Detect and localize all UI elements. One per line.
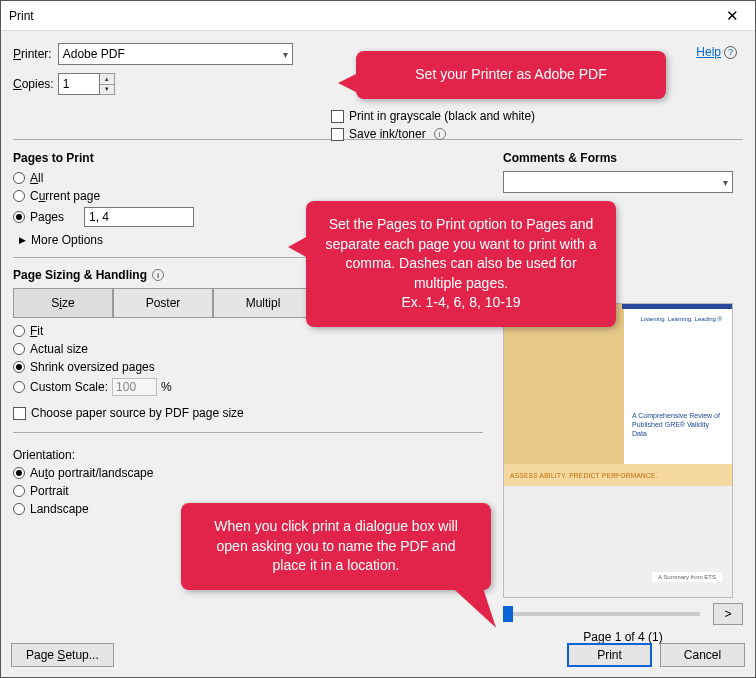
dialog-footer: Page Setup... Print Cancel — [11, 643, 745, 667]
cancel-button-label: Cancel — [684, 648, 721, 662]
printer-value: Adobe PDF — [63, 47, 125, 61]
preview-summary: A Summary from ETS — [652, 572, 722, 582]
comments-forms-title: Comments & Forms — [503, 151, 743, 165]
tab-poster-label: Poster — [146, 296, 181, 310]
copies-input[interactable]: 1 — [58, 73, 100, 95]
page-setup-label: Page Setup... — [26, 648, 99, 662]
preview-blue-bar — [622, 304, 732, 309]
radio-portrait-row: Portrait — [13, 484, 483, 498]
radio-landscape[interactable] — [13, 503, 25, 515]
radio-auto-row: Auto portrait/landscape — [13, 466, 483, 480]
cancel-button[interactable]: Cancel — [660, 643, 745, 667]
close-button[interactable]: ✕ — [710, 1, 755, 31]
radio-auto-label: Auto portrait/landscape — [30, 466, 153, 480]
callout-print-text: When you click print a dialogue box will… — [214, 518, 458, 573]
pages-value: 1, 4 — [89, 210, 109, 224]
print-options-group: Print in grayscale (black and white) Sav… — [331, 109, 535, 145]
print-dialog: Print ✕ Help ? Printer: Adobe PDF ▾ Copi… — [0, 0, 756, 678]
radio-custom-row: Custom Scale: 100 % — [13, 378, 483, 396]
callout-printer: Set your Printer as Adobe PDF — [356, 51, 666, 99]
separator — [13, 432, 483, 433]
radio-portrait-label: Portrait — [30, 484, 69, 498]
radio-custom-label: Custom Scale: — [30, 380, 108, 394]
chevron-down-icon: ▾ — [283, 49, 288, 60]
slider-thumb[interactable] — [503, 606, 513, 622]
page-indicator: Page 1 of 4 (1) — [503, 630, 743, 644]
callout-print: When you click print a dialogue box will… — [181, 503, 491, 590]
radio-auto-orient[interactable] — [13, 467, 25, 479]
copies-spinner[interactable]: ▲▼ — [100, 73, 115, 95]
orientation-label: Orientation: — [13, 448, 483, 462]
percent-label: % — [161, 380, 172, 394]
radio-pages-label: Pages — [30, 210, 64, 224]
choose-paper-checkbox[interactable] — [13, 407, 26, 420]
grayscale-label: Print in grayscale (black and white) — [349, 109, 535, 123]
radio-actual-row: Actual size — [13, 342, 483, 356]
pages-to-print-title: Pages to Print — [13, 151, 483, 165]
choose-paper-label: Choose paper source by PDF page size — [31, 406, 244, 420]
radio-custom[interactable] — [13, 381, 25, 393]
preview-body: Listening. Learning. Leading.® A Compreh… — [504, 304, 732, 597]
titlebar: Print ✕ — [1, 1, 755, 31]
preview-tan-block — [504, 304, 624, 464]
tab-multiple-label: Multipl — [246, 296, 281, 310]
radio-current-label: Current page — [30, 189, 100, 203]
chevron-down-icon: ▾ — [723, 177, 728, 188]
radio-fit-label: Fit — [30, 324, 43, 338]
info-icon: i — [434, 128, 446, 140]
radio-all-label: All — [30, 171, 43, 185]
grayscale-row: Print in grayscale (black and white) — [331, 109, 535, 123]
saveink-checkbox[interactable] — [331, 128, 344, 141]
callout-printer-text: Set your Printer as Adobe PDF — [415, 66, 606, 82]
callout-pages-text: Set the Pages to Print option to Pages a… — [326, 216, 597, 310]
info-icon: i — [152, 269, 164, 281]
help-link[interactable]: Help ? — [696, 45, 737, 59]
printer-select[interactable]: Adobe PDF ▾ — [58, 43, 293, 65]
preview-logo: Listening. Learning. Leading.® — [641, 316, 722, 322]
saveink-row: Save ink/toner i — [331, 127, 535, 141]
custom-scale-input[interactable]: 100 — [112, 378, 157, 396]
callout-pages: Set the Pages to Print option to Pages a… — [306, 201, 616, 327]
tab-poster[interactable]: Poster — [113, 288, 213, 318]
nav-next-label: > — [724, 607, 731, 621]
copies-label: Copies: — [13, 77, 54, 91]
grayscale-checkbox[interactable] — [331, 110, 344, 123]
tab-multiple[interactable]: Multipl — [213, 288, 313, 318]
radio-all[interactable] — [13, 172, 25, 184]
radio-all-row: All — [13, 171, 483, 185]
page-setup-button[interactable]: Page Setup... — [11, 643, 114, 667]
copies-value: 1 — [63, 77, 70, 91]
help-label: Help — [696, 45, 721, 59]
more-options-label: More Options — [31, 233, 103, 247]
radio-pages[interactable] — [13, 211, 25, 223]
preview-band: ASSESS ABILITY. PREDICT PERFORMANCE. — [504, 464, 732, 486]
footer-right: Print Cancel — [567, 643, 745, 667]
print-preview: Listening. Learning. Leading.® A Compreh… — [503, 303, 733, 598]
help-icon: ? — [724, 46, 737, 59]
preview-next-button[interactable]: > — [713, 603, 743, 625]
choose-paper-row: Choose paper source by PDF page size — [13, 406, 483, 420]
scale-value: 100 — [116, 380, 136, 394]
preview-slider[interactable] — [503, 612, 700, 616]
printer-label: Printer: — [13, 47, 52, 61]
triangle-right-icon: ▶ — [19, 235, 26, 245]
radio-fit[interactable] — [13, 325, 25, 337]
radio-portrait[interactable] — [13, 485, 25, 497]
radio-landscape-label: Landscape — [30, 502, 89, 516]
radio-actual[interactable] — [13, 343, 25, 355]
comments-forms-select[interactable]: ▾ — [503, 171, 733, 193]
dialog-content: Help ? Printer: Adobe PDF ▾ Copies: 1 ▲▼… — [1, 31, 755, 677]
radio-current[interactable] — [13, 190, 25, 202]
tab-size[interactable]: Size — [13, 288, 113, 318]
print-button-label: Print — [597, 648, 622, 662]
saveink-label: Save ink/toner — [349, 127, 426, 141]
pages-input[interactable]: 1, 4 — [84, 207, 194, 227]
print-button[interactable]: Print — [567, 643, 652, 667]
sizing-label: Page Sizing & Handling — [13, 268, 147, 282]
window-title: Print — [9, 9, 34, 23]
radio-actual-label: Actual size — [30, 342, 88, 356]
radio-shrink[interactable] — [13, 361, 25, 373]
radio-shrink-row: Shrink oversized pages — [13, 360, 483, 374]
preview-nav: > — [503, 603, 743, 625]
tab-size-label: Size — [51, 296, 74, 310]
